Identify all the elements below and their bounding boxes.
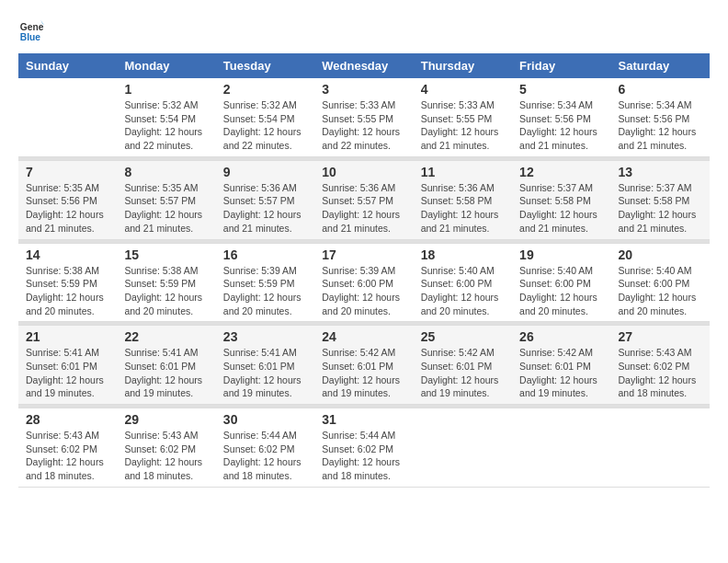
day-number: 14: [26, 247, 109, 262]
calendar-week-1: 1Sunrise: 5:32 AM Sunset: 5:54 PM Daylig…: [18, 78, 710, 156]
day-number: 30: [223, 412, 307, 427]
calendar-cell-w3d2: 15Sunrise: 5:38 AM Sunset: 5:59 PM Dayli…: [117, 243, 215, 322]
day-number: 19: [519, 247, 603, 262]
day-number: 25: [421, 329, 505, 344]
svg-text:Blue: Blue: [20, 32, 41, 42]
day-info: Sunrise: 5:41 AM Sunset: 6:01 PM Dayligh…: [26, 346, 109, 400]
day-number: 5: [519, 82, 603, 97]
day-info: Sunrise: 5:41 AM Sunset: 6:01 PM Dayligh…: [223, 346, 307, 400]
col-sunday: Sunday: [18, 53, 117, 78]
day-number: 13: [619, 165, 702, 179]
calendar-cell-w1d6: 5Sunrise: 5:34 AM Sunset: 5:56 PM Daylig…: [512, 78, 610, 156]
day-info: Sunrise: 5:36 AM Sunset: 5:57 PM Dayligh…: [322, 181, 405, 236]
day-info: Sunrise: 5:35 AM Sunset: 5:57 PM Dayligh…: [124, 181, 208, 236]
day-info: Sunrise: 5:42 AM Sunset: 6:01 PM Dayligh…: [421, 346, 505, 400]
calendar-cell-w2d2: 8Sunrise: 5:35 AM Sunset: 5:57 PM Daylig…: [117, 160, 215, 239]
day-info: Sunrise: 5:37 AM Sunset: 5:58 PM Dayligh…: [519, 181, 603, 236]
calendar-cell-w2d6: 12Sunrise: 5:37 AM Sunset: 5:58 PM Dayli…: [512, 160, 610, 239]
day-number: 31: [322, 412, 405, 427]
day-number: 24: [322, 329, 405, 344]
day-info: Sunrise: 5:43 AM Sunset: 6:02 PM Dayligh…: [124, 429, 208, 483]
day-info: Sunrise: 5:42 AM Sunset: 6:01 PM Dayligh…: [519, 346, 603, 400]
calendar-cell-w4d6: 26Sunrise: 5:42 AM Sunset: 6:01 PM Dayli…: [512, 326, 610, 405]
col-monday: Monday: [117, 53, 215, 78]
calendar-cell-w5d5: [414, 408, 512, 488]
calendar-cell-w3d7: 20Sunrise: 5:40 AM Sunset: 6:00 PM Dayli…: [611, 243, 710, 322]
logo: General Blue: [18, 18, 48, 44]
calendar-week-2: 7Sunrise: 5:35 AM Sunset: 5:56 PM Daylig…: [18, 160, 710, 239]
day-info: Sunrise: 5:44 AM Sunset: 6:02 PM Dayligh…: [322, 429, 405, 483]
day-info: Sunrise: 5:41 AM Sunset: 6:01 PM Dayligh…: [124, 346, 208, 400]
calendar-cell-w2d1: 7Sunrise: 5:35 AM Sunset: 5:56 PM Daylig…: [18, 160, 117, 239]
day-number: 21: [26, 329, 109, 344]
calendar-week-3: 14Sunrise: 5:38 AM Sunset: 5:59 PM Dayli…: [18, 243, 710, 322]
day-info: Sunrise: 5:43 AM Sunset: 6:02 PM Dayligh…: [619, 346, 702, 400]
header-section: General Blue: [18, 18, 710, 44]
calendar-cell-w4d7: 27Sunrise: 5:43 AM Sunset: 6:02 PM Dayli…: [611, 326, 710, 405]
calendar-cell-w1d2: 1Sunrise: 5:32 AM Sunset: 5:54 PM Daylig…: [117, 78, 215, 156]
day-info: Sunrise: 5:40 AM Sunset: 6:00 PM Dayligh…: [519, 264, 603, 318]
day-number: 10: [322, 165, 405, 179]
calendar-cell-w5d4: 31Sunrise: 5:44 AM Sunset: 6:02 PM Dayli…: [314, 408, 413, 488]
day-number: 22: [124, 329, 208, 344]
calendar-cell-w1d1: [18, 78, 117, 156]
calendar-table: Sunday Monday Tuesday Wednesday Thursday…: [18, 53, 710, 488]
svg-text:General: General: [20, 22, 44, 32]
day-info: Sunrise: 5:42 AM Sunset: 6:01 PM Dayligh…: [322, 346, 405, 400]
day-number: 3: [322, 82, 405, 97]
day-info: Sunrise: 5:34 AM Sunset: 5:56 PM Dayligh…: [619, 98, 702, 153]
header-row: Sunday Monday Tuesday Wednesday Thursday…: [18, 53, 710, 78]
calendar-cell-w1d3: 2Sunrise: 5:32 AM Sunset: 5:54 PM Daylig…: [216, 78, 314, 156]
calendar-cell-w2d5: 11Sunrise: 5:36 AM Sunset: 5:58 PM Dayli…: [414, 160, 512, 239]
day-number: 12: [519, 165, 603, 179]
day-number: 20: [619, 247, 702, 262]
day-number: 11: [421, 165, 505, 179]
day-info: Sunrise: 5:34 AM Sunset: 5:56 PM Dayligh…: [519, 98, 603, 153]
calendar-cell-w2d7: 13Sunrise: 5:37 AM Sunset: 5:58 PM Dayli…: [611, 160, 710, 239]
calendar-cell-w5d2: 29Sunrise: 5:43 AM Sunset: 6:02 PM Dayli…: [117, 408, 215, 488]
day-info: Sunrise: 5:32 AM Sunset: 5:54 PM Dayligh…: [223, 98, 307, 153]
day-info: Sunrise: 5:38 AM Sunset: 5:59 PM Dayligh…: [124, 264, 208, 318]
col-wednesday: Wednesday: [314, 53, 413, 78]
day-number: 26: [519, 329, 603, 344]
day-info: Sunrise: 5:33 AM Sunset: 5:55 PM Dayligh…: [421, 98, 505, 153]
calendar-cell-w4d4: 24Sunrise: 5:42 AM Sunset: 6:01 PM Dayli…: [314, 326, 413, 405]
logo-icon: General Blue: [18, 18, 44, 44]
day-info: Sunrise: 5:38 AM Sunset: 5:59 PM Dayligh…: [26, 264, 109, 318]
calendar-cell-w4d3: 23Sunrise: 5:41 AM Sunset: 6:01 PM Dayli…: [216, 326, 314, 405]
day-number: 23: [223, 329, 307, 344]
calendar-cell-w1d5: 4Sunrise: 5:33 AM Sunset: 5:55 PM Daylig…: [414, 78, 512, 156]
calendar-cell-w5d3: 30Sunrise: 5:44 AM Sunset: 6:02 PM Dayli…: [216, 408, 314, 488]
calendar-cell-w3d1: 14Sunrise: 5:38 AM Sunset: 5:59 PM Dayli…: [18, 243, 117, 322]
day-info: Sunrise: 5:35 AM Sunset: 5:56 PM Dayligh…: [26, 181, 109, 236]
calendar-cell-w5d7: [611, 408, 710, 488]
day-info: Sunrise: 5:37 AM Sunset: 5:58 PM Dayligh…: [619, 181, 702, 236]
day-info: Sunrise: 5:43 AM Sunset: 6:02 PM Dayligh…: [26, 429, 109, 483]
day-info: Sunrise: 5:33 AM Sunset: 5:55 PM Dayligh…: [322, 98, 405, 153]
calendar-cell-w2d4: 10Sunrise: 5:36 AM Sunset: 5:57 PM Dayli…: [314, 160, 413, 239]
calendar-week-5: 28Sunrise: 5:43 AM Sunset: 6:02 PM Dayli…: [18, 408, 710, 488]
calendar-cell-w4d1: 21Sunrise: 5:41 AM Sunset: 6:01 PM Dayli…: [18, 326, 117, 405]
day-number: 6: [619, 82, 702, 97]
day-number: 27: [619, 329, 702, 344]
calendar-cell-w3d5: 18Sunrise: 5:40 AM Sunset: 6:00 PM Dayli…: [414, 243, 512, 322]
calendar-cell-w4d5: 25Sunrise: 5:42 AM Sunset: 6:01 PM Dayli…: [414, 326, 512, 405]
calendar-cell-w5d1: 28Sunrise: 5:43 AM Sunset: 6:02 PM Dayli…: [18, 408, 117, 488]
day-info: Sunrise: 5:39 AM Sunset: 6:00 PM Dayligh…: [322, 264, 405, 318]
day-number: 28: [26, 412, 109, 427]
day-info: Sunrise: 5:36 AM Sunset: 5:57 PM Dayligh…: [223, 181, 307, 236]
day-number: 16: [223, 247, 307, 262]
calendar-cell-w1d4: 3Sunrise: 5:33 AM Sunset: 5:55 PM Daylig…: [314, 78, 413, 156]
day-info: Sunrise: 5:44 AM Sunset: 6:02 PM Dayligh…: [223, 429, 307, 483]
col-friday: Friday: [512, 53, 610, 78]
calendar-cell-w1d7: 6Sunrise: 5:34 AM Sunset: 5:56 PM Daylig…: [611, 78, 710, 156]
day-number: 18: [421, 247, 505, 262]
calendar-cell-w2d3: 9Sunrise: 5:36 AM Sunset: 5:57 PM Daylig…: [216, 160, 314, 239]
calendar-week-4: 21Sunrise: 5:41 AM Sunset: 6:01 PM Dayli…: [18, 326, 710, 405]
day-number: 17: [322, 247, 405, 262]
day-number: 9: [223, 165, 307, 179]
calendar-cell-w3d4: 17Sunrise: 5:39 AM Sunset: 6:00 PM Dayli…: [314, 243, 413, 322]
day-number: 8: [124, 165, 208, 179]
day-info: Sunrise: 5:39 AM Sunset: 5:59 PM Dayligh…: [223, 264, 307, 318]
col-tuesday: Tuesday: [216, 53, 314, 78]
